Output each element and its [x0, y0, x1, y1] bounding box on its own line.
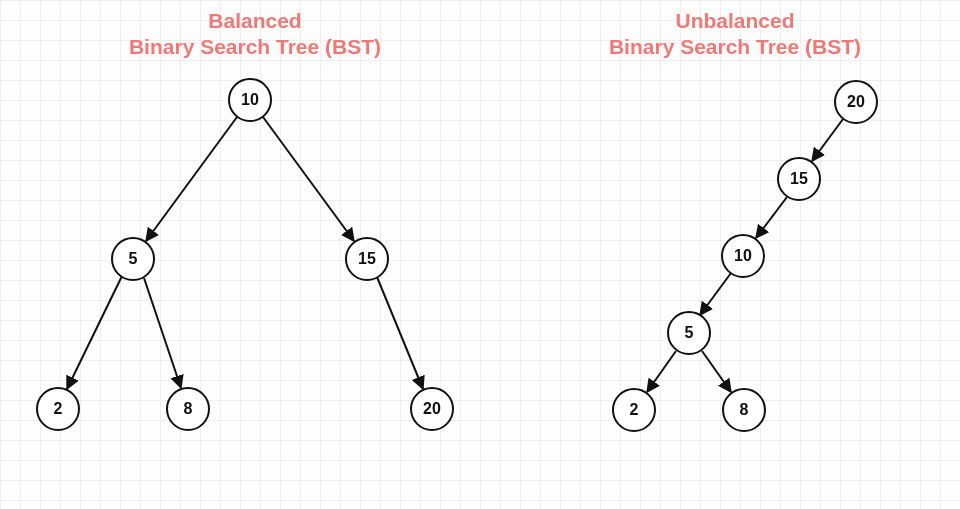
node-value: 5 — [129, 250, 138, 268]
node-value: 2 — [630, 401, 639, 419]
edge — [647, 351, 676, 392]
tree-node: 15 — [777, 157, 821, 201]
edge — [146, 117, 237, 241]
node-value: 10 — [734, 247, 752, 265]
tree-node: 8 — [166, 387, 210, 431]
edge — [700, 273, 731, 315]
node-value: 20 — [423, 400, 441, 418]
tree-node: 15 — [345, 237, 389, 281]
edge — [67, 276, 122, 389]
node-value: 15 — [790, 170, 808, 188]
node-value: 10 — [241, 91, 259, 109]
diagram-stage: Balanced Binary Search Tree (BST) Unbala… — [0, 0, 960, 509]
tree-node: 2 — [36, 387, 80, 431]
tree-node: 10 — [228, 78, 272, 122]
tree-node: 20 — [410, 387, 454, 431]
edge — [263, 117, 354, 241]
edge — [144, 278, 181, 388]
tree-node: 8 — [722, 388, 766, 432]
edge — [702, 351, 731, 392]
node-value: 20 — [847, 93, 865, 111]
tree-node: 5 — [111, 237, 155, 281]
edge — [756, 197, 787, 238]
node-value: 8 — [740, 401, 749, 419]
node-value: 8 — [184, 400, 193, 418]
tree-node: 10 — [721, 234, 765, 278]
edge — [377, 277, 423, 389]
tree-node: 20 — [834, 80, 878, 124]
tree-node: 2 — [612, 388, 656, 432]
node-value: 2 — [54, 400, 63, 418]
node-value: 5 — [685, 324, 694, 342]
node-value: 15 — [358, 250, 376, 268]
tree-node: 5 — [667, 311, 711, 355]
edge — [812, 119, 843, 161]
